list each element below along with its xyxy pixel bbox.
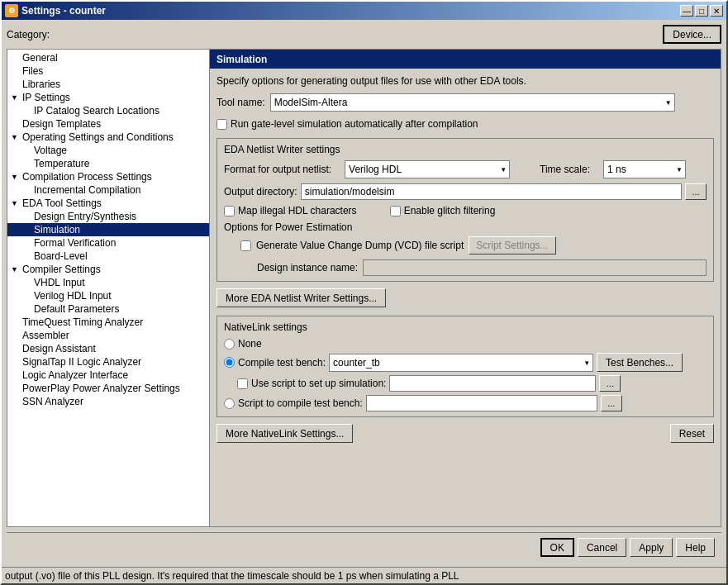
timescale-label: Time scale: xyxy=(540,164,590,175)
help-button[interactable]: Help xyxy=(676,538,715,557)
tree-expander: ▼ xyxy=(11,133,21,141)
more-eda-button[interactable]: More EDA Netlist Writer Settings... xyxy=(216,288,386,307)
maximize-button[interactable]: □ xyxy=(695,5,708,17)
tree-item-label: SignalTap II Logic Analyzer xyxy=(21,356,141,368)
tree-item-label: Design Assistant xyxy=(21,343,96,354)
generate-vcd-checkbox[interactable] xyxy=(240,240,251,251)
sidebar-item-eda-tool-settings[interactable]: ▼EDA Tool Settings xyxy=(7,197,209,210)
sidebar-item-ssn-analyzer[interactable]: SSN Analyzer xyxy=(7,395,209,408)
tree-item-label: General xyxy=(21,52,58,64)
design-instance-input[interactable] xyxy=(363,259,707,276)
script-compile-browse-button[interactable]: ... xyxy=(601,395,622,411)
enable-glitch-label: Enable glitch filtering xyxy=(404,205,496,216)
tree-item-label: Assembler xyxy=(21,330,69,341)
tree-item-label: Default Parameters xyxy=(32,303,119,315)
tree-item-label: Compiler Settings xyxy=(21,264,101,275)
sidebar-item-board-level[interactable]: Board-Level xyxy=(7,250,209,263)
apply-button[interactable]: Apply xyxy=(630,538,673,557)
script-compile-input[interactable] xyxy=(366,395,597,411)
panel-title: Simulation xyxy=(216,54,267,65)
sidebar-item-design-templates[interactable]: Design Templates xyxy=(7,117,209,131)
format-timescale-row: Format for output netlist: Verilog HDLVH… xyxy=(224,160,707,178)
category-label: Category: xyxy=(7,29,50,40)
sidebar-item-compiler-settings[interactable]: ▼Compiler Settings xyxy=(7,263,209,276)
minimize-button[interactable]: — xyxy=(680,5,693,17)
run-gate-level-label: Run gate-level simulation automatically … xyxy=(231,118,478,130)
sidebar-item-files[interactable]: Files xyxy=(7,64,209,78)
more-eda-row: More EDA Netlist Writer Settings... xyxy=(216,288,714,307)
cancel-button[interactable]: Cancel xyxy=(578,538,626,557)
power-estimation-label: Options for Power Estimation xyxy=(224,221,707,233)
sidebar-item-temperature[interactable]: Temperature xyxy=(7,157,209,170)
script-compile-radio[interactable] xyxy=(224,398,235,409)
device-button[interactable]: Device... xyxy=(663,25,721,44)
tree-item-label: VHDL Input xyxy=(32,277,85,288)
sidebar-item-operating-settings[interactable]: ▼Operating Settings and Conditions xyxy=(7,131,209,144)
tree-item-label: Verilog HDL Input xyxy=(32,290,112,302)
sidebar-item-formal-verification[interactable]: Formal Verification xyxy=(7,236,209,250)
panel-header: Simulation xyxy=(210,50,721,69)
power-estimation-section: Options for Power Estimation Generate Va… xyxy=(224,221,707,276)
sidebar-item-voltage[interactable]: Voltage xyxy=(7,144,209,157)
map-illegal-checkbox[interactable] xyxy=(224,206,235,216)
sidebar-item-signaltap[interactable]: SignalTap II Logic Analyzer xyxy=(7,355,209,369)
test-benches-button[interactable]: Test Benches... xyxy=(597,353,683,372)
sidebar-item-design-assistant[interactable]: Design Assistant xyxy=(7,342,209,355)
ok-button[interactable]: OK xyxy=(540,538,574,557)
sidebar-item-design-entry-synthesis[interactable]: Design Entry/Synthesis xyxy=(7,210,209,223)
sidebar-item-ip-catalog[interactable]: IP Catalog Search Locations xyxy=(7,104,209,117)
use-script-label: Use script to set up simulation: xyxy=(251,378,386,389)
sidebar-item-logic-analyzer-interface[interactable]: Logic Analyzer Interface xyxy=(7,369,209,382)
script-settings-button[interactable]: Script Settings... xyxy=(469,236,555,254)
eda-netlist-group: EDA Netlist Writer settings Format for o… xyxy=(216,138,714,282)
tool-name-select-wrapper: NoneModelSimModelSim-AlteraVCSVCS MXNC-S… xyxy=(270,93,675,112)
tree-item-label: PowerPlay Power Analyzer Settings xyxy=(21,383,180,394)
use-script-browse-button[interactable]: ... xyxy=(599,375,621,392)
tool-name-select[interactable]: NoneModelSimModelSim-AlteraVCSVCS MXNC-S… xyxy=(270,93,675,112)
output-dir-input[interactable] xyxy=(301,183,682,200)
sidebar-item-verilog-hdl-input[interactable]: Verilog HDL Input xyxy=(7,289,209,302)
compile-testbench-select-wrapper: counter_tb xyxy=(329,354,593,372)
sidebar-item-powerplay[interactable]: PowerPlay Power Analyzer Settings xyxy=(7,382,209,395)
sidebar-item-ip-settings[interactable]: ▼IP Settings xyxy=(7,91,209,104)
none-radio[interactable] xyxy=(224,339,235,350)
status-text: output (.vo) file of this PLL design. It… xyxy=(5,570,459,582)
more-nativelink-button[interactable]: More NativeLink Settings... xyxy=(216,424,353,443)
tree-item-label: Board-Level xyxy=(32,250,88,262)
sidebar-item-default-parameters[interactable]: Default Parameters xyxy=(7,302,209,316)
run-gate-level-checkbox[interactable] xyxy=(216,119,227,130)
sidebar-item-assembler[interactable]: Assembler xyxy=(7,329,209,342)
sidebar-item-general[interactable]: General xyxy=(7,51,209,64)
tree-item-label: Voltage xyxy=(32,145,67,156)
sidebar-item-incremental-compilation[interactable]: Incremental Compilation xyxy=(7,183,209,197)
design-instance-row: Design instance name: xyxy=(257,259,707,276)
main-content: Category: Device... GeneralFilesLibrarie… xyxy=(2,20,726,567)
titlebar: ⚙ Settings - counter — □ ✕ xyxy=(2,2,726,20)
sidebar-item-compilation-process[interactable]: ▼Compilation Process Settings xyxy=(7,170,209,183)
tree-item-label: Design Entry/Synthesis xyxy=(32,211,136,222)
output-dir-browse-button[interactable]: ... xyxy=(685,183,707,200)
compile-testbench-radio[interactable] xyxy=(224,357,235,368)
bottom-buttons: OK Cancel Apply Help xyxy=(7,532,721,562)
compile-testbench-label: Compile test bench: xyxy=(238,357,326,369)
sidebar-item-vhdl-input[interactable]: VHDL Input xyxy=(7,276,209,289)
tree-item-label: Temperature xyxy=(32,158,89,169)
compile-testbench-select[interactable]: counter_tb xyxy=(329,354,593,372)
timescale-select[interactable]: 1 ps10 ps100 ps1 ns10 ns100 ns xyxy=(603,160,686,178)
reset-button[interactable]: Reset xyxy=(670,424,714,443)
tree-item-label: Incremental Compilation xyxy=(32,184,140,196)
sidebar-item-libraries[interactable]: Libraries xyxy=(7,78,209,91)
close-button[interactable]: ✕ xyxy=(710,5,723,17)
sidebar-item-simulation[interactable]: Simulation xyxy=(7,223,209,236)
generate-vcd-label: Generate Value Change Dump (VCD) file sc… xyxy=(256,240,464,251)
use-script-input[interactable] xyxy=(389,375,596,392)
sidebar-item-timequest-timing[interactable]: TimeQuest Timing Analyzer xyxy=(7,316,209,329)
tree-item-label: Simulation xyxy=(32,224,80,235)
main-window: ⚙ Settings - counter — □ ✕ Category: Dev… xyxy=(0,0,728,585)
format-select[interactable]: Verilog HDLVHDL xyxy=(345,160,510,178)
compile-testbench-row: Compile test bench: counter_tb Test Benc… xyxy=(224,353,707,372)
use-script-checkbox[interactable] xyxy=(237,378,248,389)
none-radio-row: None xyxy=(224,338,707,350)
enable-glitch-checkbox[interactable] xyxy=(390,206,401,216)
tree-item-label: Design Templates xyxy=(21,118,101,130)
